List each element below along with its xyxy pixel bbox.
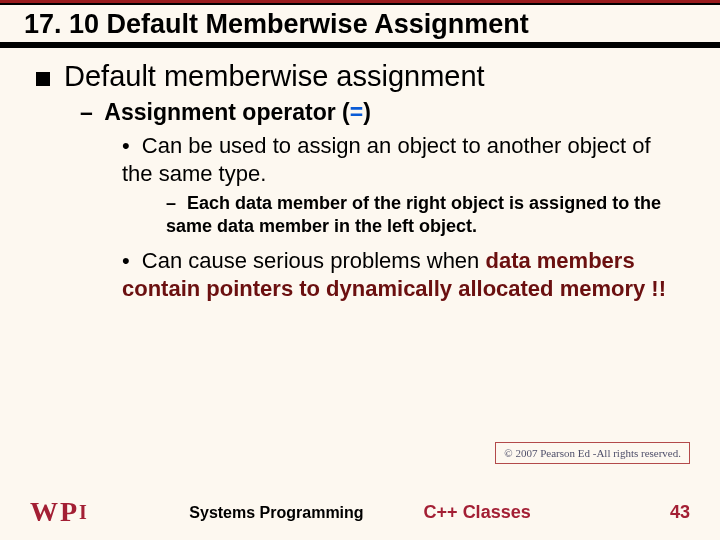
- bullet-level4a: – Each data member of the right object i…: [166, 192, 684, 237]
- logo-i: I: [79, 502, 87, 522]
- dot-bullet-icon: •: [122, 133, 130, 158]
- footer-center-group: Systems Programming C++ Classes: [189, 502, 530, 523]
- copyright-notice: © 2007 Pearson Ed -All rights reserved.: [495, 442, 690, 464]
- slide-content: Default memberwise assignment – Assignme…: [0, 48, 720, 304]
- logo-p: P: [60, 498, 77, 526]
- square-bullet-icon: [36, 72, 50, 86]
- dash-bullet-icon: –: [80, 99, 93, 125]
- bullet-level4a-text: Each data member of the right object is …: [166, 193, 661, 236]
- equals-operator: =: [350, 99, 363, 125]
- page-number: 43: [670, 502, 690, 523]
- logo-w: W: [30, 498, 58, 526]
- bullet-level2-post: ): [363, 99, 371, 125]
- bullet-level2-pre: Assignment operator (: [104, 99, 349, 125]
- footer-topic: C++ Classes: [424, 502, 531, 523]
- bullet-level3a-text: Can be used to assign an object to anoth…: [122, 133, 651, 186]
- footer-course: Systems Programming: [189, 504, 363, 522]
- bullet-level3b: • Can cause serious problems when data m…: [122, 247, 684, 303]
- title-band: 17. 10 Default Memberwise Assignment: [0, 0, 720, 48]
- dash-bullet-icon: –: [166, 193, 176, 213]
- bullet-level3b-pre: Can cause serious problems when: [142, 248, 486, 273]
- bullet-level2: – Assignment operator (=): [80, 99, 684, 126]
- bullet-level1-text: Default memberwise assignment: [64, 60, 485, 93]
- slide-footer: W P I Systems Programming C++ Classes 43: [0, 498, 720, 526]
- wpi-logo: W P I: [30, 498, 87, 526]
- dot-bullet-icon: •: [122, 248, 130, 273]
- bullet-level1: Default memberwise assignment: [36, 60, 684, 93]
- bullet-level3a: • Can be used to assign an object to ano…: [122, 132, 684, 188]
- slide-title: 17. 10 Default Memberwise Assignment: [0, 5, 720, 42]
